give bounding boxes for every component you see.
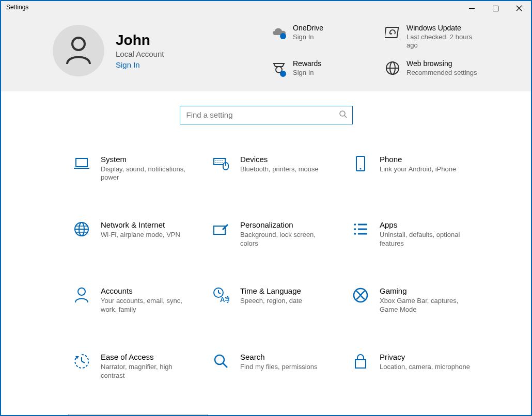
svg-point-35 bbox=[78, 288, 85, 295]
category-search[interactable]: SearchFind my files, permissions bbox=[208, 348, 347, 385]
tile-title: Rewards bbox=[293, 59, 321, 68]
category-apps[interactable]: AppsUninstall, defaults, optional featur… bbox=[347, 216, 487, 253]
cat-sub: Background, lock screen, colors bbox=[240, 231, 333, 248]
cat-sub: Uninstall, defaults, optional features bbox=[380, 231, 473, 248]
svg-point-44 bbox=[215, 355, 224, 364]
cat-title: Ease of Access bbox=[101, 353, 194, 361]
category-privacy[interactable]: PrivacyLocation, camera, microphone bbox=[347, 348, 487, 385]
svg-rect-14 bbox=[76, 158, 87, 167]
svg-line-45 bbox=[223, 363, 227, 367]
cloud-icon bbox=[264, 24, 293, 40]
paint-icon bbox=[212, 220, 230, 238]
category-phone[interactable]: PhoneLink your Android, iPhone bbox=[347, 150, 487, 187]
svg-line-13 bbox=[345, 116, 347, 118]
svg-point-8 bbox=[280, 71, 286, 77]
svg-point-4 bbox=[72, 38, 85, 50]
tile-web-browsing[interactable]: Web browsing Recommended settings bbox=[378, 59, 492, 78]
update-icon bbox=[378, 24, 406, 40]
svg-rect-6 bbox=[385, 27, 398, 38]
ease-icon bbox=[73, 353, 90, 370]
phone-icon bbox=[352, 155, 369, 172]
category-ease-of-access[interactable]: Ease of AccessNarrator, magnifier, high … bbox=[68, 348, 208, 385]
cat-sub: Bluetooth, printers, mouse bbox=[240, 165, 319, 174]
avatar bbox=[53, 25, 104, 76]
tile-sub: Sign In bbox=[293, 69, 321, 77]
globe-icon bbox=[73, 220, 90, 238]
cat-title: Search bbox=[240, 353, 318, 361]
xbox-icon bbox=[352, 286, 369, 304]
svg-line-38 bbox=[218, 293, 221, 294]
person-icon bbox=[65, 36, 92, 65]
keyboard-icon bbox=[212, 155, 230, 172]
cat-sub: Xbox Game Bar, captures, Game Mode bbox=[380, 297, 473, 314]
profile-block: John Local Account Sign In bbox=[53, 24, 249, 78]
cat-sub: Link your Android, iPhone bbox=[380, 165, 456, 174]
tile-title: Web browsing bbox=[406, 59, 477, 68]
svg-text:A字: A字 bbox=[220, 296, 229, 303]
svg-rect-28 bbox=[214, 226, 225, 234]
person-icon bbox=[73, 286, 90, 304]
svg-point-22 bbox=[360, 168, 362, 169]
cat-title: Time & Language bbox=[240, 286, 302, 295]
cat-sub: Narrator, magnifier, high contrast bbox=[101, 363, 194, 380]
laptop-icon bbox=[73, 155, 90, 172]
tile-onedrive[interactable]: OneDrive Sign In bbox=[264, 24, 378, 50]
cat-sub: Display, sound, notifications, power bbox=[101, 165, 194, 183]
cat-sub: Speech, region, date bbox=[240, 297, 302, 306]
search-icon bbox=[339, 110, 347, 120]
lock-icon bbox=[352, 353, 369, 370]
svg-rect-46 bbox=[355, 360, 366, 368]
cat-title: Privacy bbox=[380, 353, 470, 361]
cat-title: Accounts bbox=[101, 286, 194, 295]
close-button[interactable] bbox=[507, 1, 531, 15]
ribbon-icon bbox=[264, 59, 293, 78]
svg-point-12 bbox=[340, 111, 345, 116]
titlebar: Settings bbox=[1, 1, 531, 15]
cat-sub: Wi-Fi, airplane mode, VPN bbox=[101, 231, 180, 239]
category-time-language[interactable]: A字 Time & LanguageSpeech, region, date bbox=[208, 282, 347, 319]
cat-title: Network & Internet bbox=[101, 220, 180, 229]
profile-name: John bbox=[116, 32, 164, 49]
tile-sub: Last checked: 2 hours ago bbox=[406, 33, 479, 50]
time-language-icon: A字 bbox=[212, 286, 230, 304]
profile-account-type: Local Account bbox=[116, 50, 164, 58]
cat-title: Phone bbox=[380, 155, 456, 164]
maximize-button[interactable] bbox=[483, 1, 507, 15]
window-title: Settings bbox=[1, 1, 34, 13]
cat-title: Devices bbox=[240, 155, 319, 164]
tile-rewards[interactable]: Rewards Sign In bbox=[264, 59, 378, 78]
svg-rect-1 bbox=[493, 6, 498, 11]
cat-title: Apps bbox=[380, 220, 473, 229]
category-accounts[interactable]: AccountsYour accounts, email, sync, work… bbox=[68, 282, 208, 319]
profile-signin-link[interactable]: Sign In bbox=[116, 60, 164, 69]
tile-sub: Recommended settings bbox=[406, 69, 477, 77]
globe-icon bbox=[378, 59, 406, 76]
header: John Local Account Sign In OneDrive Sign… bbox=[1, 15, 531, 91]
cat-title: Personalization bbox=[240, 220, 333, 229]
cat-sub: Location, camera, microphone bbox=[380, 363, 470, 372]
cat-sub: Your accounts, email, sync, work, family bbox=[101, 297, 194, 314]
cat-title: Gaming bbox=[380, 286, 473, 295]
search-box[interactable] bbox=[180, 106, 353, 124]
category-network[interactable]: Network & InternetWi-Fi, airplane mode, … bbox=[68, 216, 208, 253]
tile-title: Windows Update bbox=[406, 24, 479, 32]
cat-title: System bbox=[101, 155, 194, 164]
svg-point-5 bbox=[280, 33, 286, 39]
category-devices[interactable]: DevicesBluetooth, printers, mouse bbox=[208, 150, 347, 187]
category-gaming[interactable]: GamingXbox Game Bar, captures, Game Mode bbox=[347, 282, 487, 319]
tile-title: OneDrive bbox=[293, 24, 323, 32]
minimize-button[interactable] bbox=[460, 1, 483, 15]
category-update-security[interactable]: Update & SecurityWindows Update, recover… bbox=[68, 414, 208, 416]
magnifier-icon bbox=[212, 353, 230, 370]
categories-grid: SystemDisplay, sound, notifications, pow… bbox=[1, 130, 531, 417]
search-input[interactable] bbox=[186, 110, 346, 119]
tile-sub: Sign In bbox=[293, 33, 323, 41]
category-personalization[interactable]: PersonalizationBackground, lock screen, … bbox=[208, 216, 347, 253]
cat-sub: Find my files, permissions bbox=[240, 363, 318, 372]
tile-windows-update[interactable]: Windows Update Last checked: 2 hours ago bbox=[378, 24, 492, 50]
category-system[interactable]: SystemDisplay, sound, notifications, pow… bbox=[68, 150, 208, 187]
svg-line-42 bbox=[82, 361, 85, 363]
list-icon bbox=[352, 220, 369, 238]
